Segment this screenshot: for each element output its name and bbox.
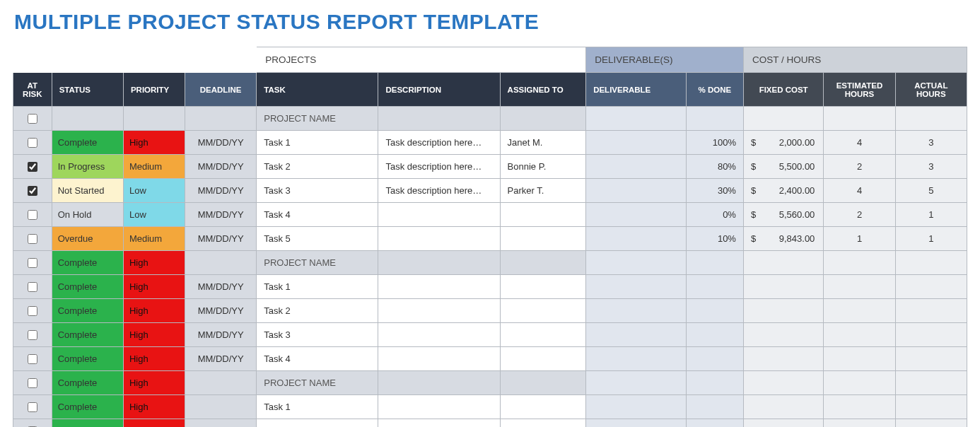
fixed-cost-cell[interactable] [743,275,823,299]
deliverable-cell[interactable] [586,131,687,155]
status-cell[interactable]: Complete [52,395,123,419]
fixed-cost-cell[interactable] [743,299,823,323]
assigned-to-cell[interactable] [500,299,586,323]
at-risk-checkbox[interactable] [28,378,37,388]
deadline-cell[interactable] [185,419,257,428]
deliverable-cell[interactable] [586,227,687,251]
status-cell[interactable]: Complete [52,251,123,275]
task-cell[interactable]: Task 1 [257,395,378,419]
pct-done-cell[interactable] [686,299,743,323]
deadline-cell[interactable] [185,251,257,275]
deliverable-cell[interactable] [586,155,687,179]
deadline-cell[interactable] [185,395,257,419]
deliverable-cell[interactable] [586,323,687,347]
pct-done-cell[interactable] [686,251,743,275]
status-cell[interactable]: On Hold [52,203,123,227]
assigned-to-cell[interactable]: Parker T. [500,179,586,203]
act-hours-cell[interactable]: 1 [895,203,967,227]
est-hours-cell[interactable] [824,347,895,371]
task-cell[interactable]: PROJECT NAME [257,371,378,395]
deliverable-cell[interactable] [586,179,687,203]
act-hours-cell[interactable] [895,107,967,131]
priority-cell[interactable]: Low [123,179,185,203]
description-cell[interactable] [378,347,500,371]
fixed-cost-cell[interactable]: $5,500.00 [743,155,823,179]
est-hours-cell[interactable]: 1 [824,227,895,251]
pct-done-cell[interactable] [686,419,743,428]
deadline-cell[interactable]: MM/DD/YY [185,179,257,203]
task-cell[interactable]: Task 1 [257,275,378,299]
status-cell[interactable]: Complete [52,371,123,395]
description-cell[interactable]: Task description here… [378,179,500,203]
deadline-cell[interactable]: MM/DD/YY [185,155,257,179]
priority-cell[interactable]: High [123,395,185,419]
est-hours-cell[interactable]: 2 [824,155,895,179]
fixed-cost-cell[interactable] [743,323,823,347]
description-cell[interactable] [378,227,500,251]
act-hours-cell[interactable] [895,419,967,428]
act-hours-cell[interactable] [895,251,967,275]
deliverable-cell[interactable] [586,107,687,131]
status-cell[interactable]: Complete [52,299,123,323]
act-hours-cell[interactable] [895,275,967,299]
status-cell[interactable]: Complete [52,131,123,155]
act-hours-cell[interactable]: 3 [895,131,967,155]
at-risk-checkbox[interactable] [28,258,37,268]
pct-done-cell[interactable]: 10% [686,227,743,251]
description-cell[interactable] [378,419,500,428]
at-risk-checkbox[interactable] [28,162,37,172]
pct-done-cell[interactable]: 30% [686,179,743,203]
act-hours-cell[interactable]: 1 [895,227,967,251]
deliverable-cell[interactable] [586,371,687,395]
deliverable-cell[interactable] [586,395,687,419]
priority-cell[interactable]: High [123,131,185,155]
at-risk-checkbox[interactable] [28,306,37,316]
status-cell[interactable]: Not Started [52,179,123,203]
at-risk-checkbox[interactable] [28,114,37,124]
task-cell[interactable]: Task 2 [257,155,378,179]
task-cell[interactable]: Task 3 [257,179,378,203]
act-hours-cell[interactable] [895,299,967,323]
assigned-to-cell[interactable] [500,347,586,371]
est-hours-cell[interactable] [824,371,895,395]
deliverable-cell[interactable] [586,347,687,371]
act-hours-cell[interactable] [895,395,967,419]
priority-cell[interactable]: Medium [123,155,185,179]
assigned-to-cell[interactable] [500,371,586,395]
deadline-cell[interactable]: MM/DD/YY [185,323,257,347]
est-hours-cell[interactable] [824,323,895,347]
deliverable-cell[interactable] [586,299,687,323]
pct-done-cell[interactable] [686,275,743,299]
pct-done-cell[interactable] [686,323,743,347]
status-cell[interactable]: Complete [52,323,123,347]
act-hours-cell[interactable] [895,371,967,395]
at-risk-checkbox[interactable] [28,402,37,412]
deadline-cell[interactable]: MM/DD/YY [185,299,257,323]
pct-done-cell[interactable]: 80% [686,155,743,179]
status-cell[interactable]: In Progress [52,155,123,179]
description-cell[interactable] [378,251,500,275]
est-hours-cell[interactable] [824,419,895,428]
deliverable-cell[interactable] [586,419,687,428]
act-hours-cell[interactable] [895,347,967,371]
fixed-cost-cell[interactable] [743,395,823,419]
task-cell[interactable]: Task 4 [257,203,378,227]
task-cell[interactable]: Task 2 [257,299,378,323]
priority-cell[interactable]: High [123,323,185,347]
task-cell[interactable]: Task 3 [257,323,378,347]
at-risk-checkbox[interactable] [28,234,37,244]
priority-cell[interactable]: High [123,419,185,428]
act-hours-cell[interactable] [895,323,967,347]
deadline-cell[interactable] [185,107,257,131]
assigned-to-cell[interactable] [500,323,586,347]
fixed-cost-cell[interactable] [743,371,823,395]
deadline-cell[interactable]: MM/DD/YY [185,131,257,155]
deadline-cell[interactable]: MM/DD/YY [185,203,257,227]
priority-cell[interactable]: Low [123,203,185,227]
description-cell[interactable]: Task description here… [378,155,500,179]
pct-done-cell[interactable] [686,347,743,371]
est-hours-cell[interactable] [824,275,895,299]
act-hours-cell[interactable]: 3 [895,155,967,179]
at-risk-checkbox[interactable] [28,138,37,148]
est-hours-cell[interactable]: 4 [824,179,895,203]
